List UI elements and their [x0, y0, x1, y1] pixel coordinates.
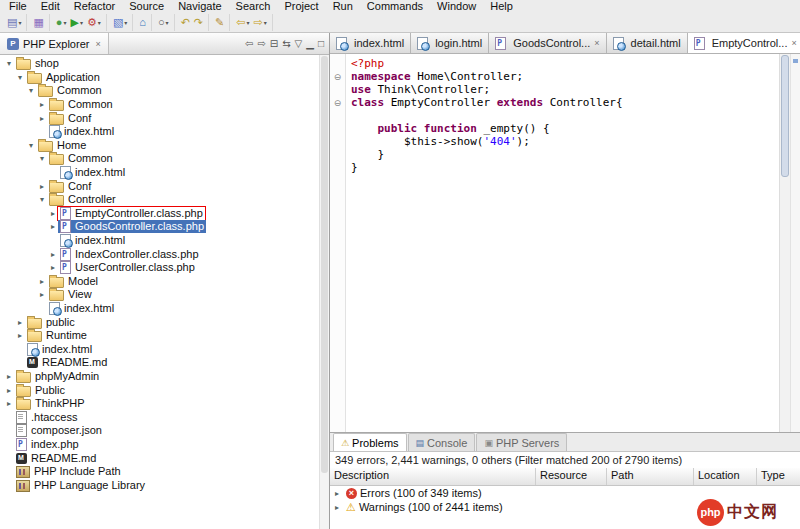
- twisty-icon[interactable]: ▸: [4, 370, 14, 383]
- twisty-icon[interactable]: ▾: [26, 84, 36, 97]
- twisty-icon[interactable]: ▸: [335, 489, 343, 498]
- twisty-icon[interactable]: ▸: [37, 112, 47, 125]
- column-header-resource[interactable]: Resource: [536, 468, 607, 485]
- tree-item-home[interactable]: ▾Home: [0, 139, 329, 153]
- twisty-icon[interactable]: ▸: [37, 180, 47, 193]
- dropdown-arrow-icon[interactable]: ▾: [247, 19, 250, 26]
- column-header-description[interactable]: Description: [330, 468, 536, 485]
- twisty-icon[interactable]: ▸: [4, 384, 14, 397]
- menu-search[interactable]: Search: [229, 0, 278, 13]
- tree-item-readme-md[interactable]: README.md: [0, 451, 329, 465]
- menu-navigate[interactable]: Navigate: [171, 0, 228, 13]
- tree-item-index-php[interactable]: index.php: [0, 438, 329, 452]
- twisty-icon[interactable]: ▾: [37, 193, 47, 206]
- close-icon[interactable]: ×: [791, 38, 796, 48]
- tree-item-conf[interactable]: ▸Conf: [0, 179, 329, 193]
- debug-icon[interactable]: ●▾: [54, 14, 69, 31]
- twisty-icon[interactable]: ▾: [37, 152, 47, 165]
- tree-item-public[interactable]: ▸Public: [0, 383, 329, 397]
- menu-refactor[interactable]: Refactor: [67, 0, 123, 13]
- editor-scrollbar-thumb[interactable]: [781, 55, 789, 177]
- back-arrow-icon[interactable]: ⇦: [245, 37, 253, 51]
- save-icon[interactable]: ▦: [31, 14, 45, 31]
- editor-tab-emptycontrol[interactable]: EmptyControl...×: [688, 33, 800, 53]
- tree-scrollbar-thumb[interactable]: [321, 56, 328, 473]
- twisty-icon[interactable]: ▸: [335, 503, 343, 512]
- tree-item-application[interactable]: ▾Application: [0, 71, 329, 85]
- twisty-icon[interactable]: ▸: [37, 288, 47, 301]
- tree-item-index-html[interactable]: index.html: [0, 234, 329, 248]
- twisty-icon[interactable]: ▾: [15, 71, 25, 84]
- tree-item-index-html[interactable]: index.html: [0, 302, 329, 316]
- tree-item-thinkphp[interactable]: ▸ThinkPHP: [0, 397, 329, 411]
- editor-scrollbar[interactable]: [779, 54, 790, 432]
- tree-item-goodscontroller-class-php[interactable]: ▸GoodsController.class.php: [0, 220, 329, 234]
- close-icon[interactable]: ×: [594, 38, 599, 48]
- dropdown-arrow-icon[interactable]: ▾: [98, 19, 101, 26]
- fold-minus-icon[interactable]: ⊖: [334, 72, 342, 82]
- tree-item-runtime[interactable]: ▸Runtime: [0, 329, 329, 343]
- tree-item-php-language-library[interactable]: PHP Language Library: [0, 478, 329, 492]
- tree-item-usercontroller-class-php[interactable]: ▸UserController.class.php: [0, 261, 329, 275]
- bottom-tab-console[interactable]: ▤Console: [408, 433, 476, 451]
- dropdown-arrow-icon[interactable]: ▾: [18, 19, 21, 26]
- dropdown-arrow-icon[interactable]: ▾: [264, 19, 267, 26]
- tree-item-view[interactable]: ▸View: [0, 288, 329, 302]
- tree-item-phpmyadmin[interactable]: ▸phpMyAdmin: [0, 370, 329, 384]
- editor-tab-goodscontrol[interactable]: GoodsControl...×: [489, 33, 606, 53]
- next-annotation-icon[interactable]: ↷: [192, 14, 205, 31]
- fold-minus-icon[interactable]: ⊖: [334, 98, 342, 108]
- column-header-location[interactable]: Location: [694, 468, 757, 485]
- tree-item-php-include-path[interactable]: PHP Include Path: [0, 465, 329, 479]
- external-tools-icon[interactable]: ⚙▾: [85, 14, 103, 31]
- editor-tab-index-html[interactable]: index.html: [330, 33, 411, 53]
- twisty-icon[interactable]: ▸: [37, 98, 47, 111]
- twisty-icon[interactable]: ▸: [15, 329, 25, 342]
- column-header-path[interactable]: Path: [607, 468, 694, 485]
- menu-commands[interactable]: Commands: [360, 0, 430, 13]
- new-wizard-icon[interactable]: ▤▾: [5, 14, 23, 31]
- twisty-icon[interactable]: ▸: [4, 397, 14, 410]
- dropdown-arrow-icon[interactable]: ▾: [63, 19, 66, 26]
- tree-item-common[interactable]: ▾Common: [0, 84, 329, 98]
- tree-item-conf[interactable]: ▸Conf: [0, 111, 329, 125]
- tree-item-emptycontroller-class-php[interactable]: ▸EmptyController.class.php: [0, 207, 329, 221]
- php-explorer-tab[interactable]: P PHP Explorer ×: [0, 33, 109, 54]
- menu-file[interactable]: File: [2, 0, 34, 13]
- menu-run[interactable]: Run: [326, 0, 360, 13]
- menu-edit[interactable]: Edit: [34, 0, 67, 13]
- bottom-tab-php-servers[interactable]: ▣PHP Servers: [476, 433, 567, 451]
- tree-item-public[interactable]: ▸public: [0, 315, 329, 329]
- tree-item-common[interactable]: ▸Common: [0, 98, 329, 112]
- search-icon[interactable]: ○▾: [156, 14, 171, 31]
- tree-item-index-html[interactable]: index.html: [0, 342, 329, 356]
- twisty-icon[interactable]: ▸: [48, 261, 58, 274]
- twisty-icon[interactable]: ▾: [26, 139, 36, 152]
- column-header-type[interactable]: Type: [757, 468, 800, 485]
- twisty-icon[interactable]: ▸: [37, 275, 47, 288]
- back-icon[interactable]: ⇦▾: [234, 14, 251, 31]
- dropdown-arrow-icon[interactable]: ▾: [80, 19, 83, 26]
- run-icon[interactable]: ▶▾: [69, 14, 85, 31]
- link-with-editor-icon[interactable]: ⇆: [282, 37, 290, 51]
- tree-scrollbar[interactable]: [319, 55, 329, 529]
- tree-item-controller[interactable]: ▾Controller: [0, 193, 329, 207]
- menu-window[interactable]: Window: [430, 0, 483, 13]
- minimize-icon[interactable]: ▁: [306, 37, 314, 51]
- close-icon[interactable]: ×: [95, 39, 100, 49]
- tree-item-composer-json[interactable]: composer.json: [0, 424, 329, 438]
- last-edit-location-icon[interactable]: ✎: [213, 14, 226, 31]
- web-browser-icon[interactable]: ⌂: [137, 14, 148, 31]
- view-menu-icon[interactable]: ▽: [295, 37, 303, 51]
- collapse-all-icon[interactable]: ⊟: [270, 37, 278, 51]
- menu-source[interactable]: Source: [122, 0, 171, 13]
- forward-arrow-icon[interactable]: ⇨: [257, 37, 265, 51]
- new-php-file-icon[interactable]: ▧▾: [111, 14, 129, 31]
- dropdown-arrow-icon[interactable]: ▾: [166, 19, 169, 26]
- code-area[interactable]: <?phpnamespace Home\Controller;use Think…: [346, 54, 779, 432]
- menu-help[interactable]: Help: [483, 0, 520, 13]
- tree-item-indexcontroller-class-php[interactable]: ▸IndexController.class.php: [0, 247, 329, 261]
- tree-item-index-html[interactable]: index.html: [0, 125, 329, 139]
- tree-item-common[interactable]: ▾Common: [0, 152, 329, 166]
- twisty-icon[interactable]: ▸: [48, 248, 58, 261]
